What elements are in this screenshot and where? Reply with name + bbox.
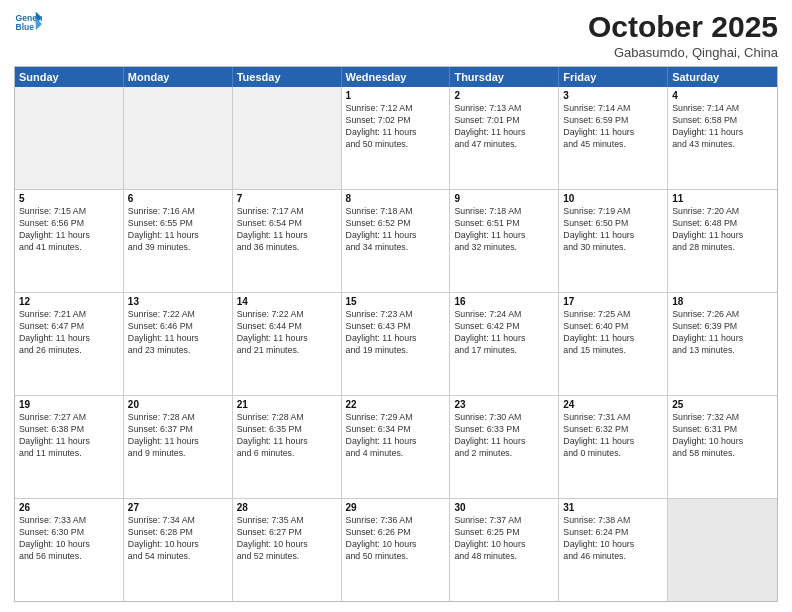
cell-info: Sunrise: 7:22 AM Sunset: 6:44 PM Dayligh… [237,309,337,357]
calendar-cell: 8Sunrise: 7:18 AM Sunset: 6:52 PM Daylig… [342,190,451,292]
day-number: 9 [454,193,554,204]
cell-info: Sunrise: 7:33 AM Sunset: 6:30 PM Dayligh… [19,515,119,563]
logo: General Blue General Blue [14,10,42,38]
day-number: 11 [672,193,773,204]
calendar-cell: 20Sunrise: 7:28 AM Sunset: 6:37 PM Dayli… [124,396,233,498]
cell-info: Sunrise: 7:19 AM Sunset: 6:50 PM Dayligh… [563,206,663,254]
day-number: 2 [454,90,554,101]
day-number: 17 [563,296,663,307]
calendar-cell: 21Sunrise: 7:28 AM Sunset: 6:35 PM Dayli… [233,396,342,498]
calendar-cell: 7Sunrise: 7:17 AM Sunset: 6:54 PM Daylig… [233,190,342,292]
day-number: 15 [346,296,446,307]
calendar-cell: 18Sunrise: 7:26 AM Sunset: 6:39 PM Dayli… [668,293,777,395]
calendar-cell: 23Sunrise: 7:30 AM Sunset: 6:33 PM Dayli… [450,396,559,498]
cell-info: Sunrise: 7:23 AM Sunset: 6:43 PM Dayligh… [346,309,446,357]
calendar-cell: 14Sunrise: 7:22 AM Sunset: 6:44 PM Dayli… [233,293,342,395]
calendar-week-5: 26Sunrise: 7:33 AM Sunset: 6:30 PM Dayli… [15,498,777,601]
calendar-cell: 9Sunrise: 7:18 AM Sunset: 6:51 PM Daylig… [450,190,559,292]
day-header-sunday: Sunday [15,67,124,87]
cell-info: Sunrise: 7:21 AM Sunset: 6:47 PM Dayligh… [19,309,119,357]
calendar-cell: 1Sunrise: 7:12 AM Sunset: 7:02 PM Daylig… [342,87,451,189]
cell-info: Sunrise: 7:32 AM Sunset: 6:31 PM Dayligh… [672,412,773,460]
day-number: 4 [672,90,773,101]
day-number: 13 [128,296,228,307]
calendar-body: 1Sunrise: 7:12 AM Sunset: 7:02 PM Daylig… [15,87,777,601]
day-number: 8 [346,193,446,204]
calendar: SundayMondayTuesdayWednesdayThursdayFrid… [14,66,778,602]
calendar-cell [15,87,124,189]
day-number: 10 [563,193,663,204]
calendar-cell: 26Sunrise: 7:33 AM Sunset: 6:30 PM Dayli… [15,499,124,601]
day-number: 20 [128,399,228,410]
cell-info: Sunrise: 7:20 AM Sunset: 6:48 PM Dayligh… [672,206,773,254]
day-number: 6 [128,193,228,204]
cell-info: Sunrise: 7:37 AM Sunset: 6:25 PM Dayligh… [454,515,554,563]
calendar-page: General Blue General Blue October 2025 G… [0,0,792,612]
calendar-cell: 28Sunrise: 7:35 AM Sunset: 6:27 PM Dayli… [233,499,342,601]
calendar-cell: 19Sunrise: 7:27 AM Sunset: 6:38 PM Dayli… [15,396,124,498]
cell-info: Sunrise: 7:22 AM Sunset: 6:46 PM Dayligh… [128,309,228,357]
calendar-cell: 13Sunrise: 7:22 AM Sunset: 6:46 PM Dayli… [124,293,233,395]
cell-info: Sunrise: 7:26 AM Sunset: 6:39 PM Dayligh… [672,309,773,357]
calendar-cell: 2Sunrise: 7:13 AM Sunset: 7:01 PM Daylig… [450,87,559,189]
day-number: 24 [563,399,663,410]
cell-info: Sunrise: 7:30 AM Sunset: 6:33 PM Dayligh… [454,412,554,460]
cell-info: Sunrise: 7:24 AM Sunset: 6:42 PM Dayligh… [454,309,554,357]
calendar-cell: 4Sunrise: 7:14 AM Sunset: 6:58 PM Daylig… [668,87,777,189]
day-number: 31 [563,502,663,513]
logo-icon: General Blue [14,10,42,38]
day-header-thursday: Thursday [450,67,559,87]
calendar-cell: 6Sunrise: 7:16 AM Sunset: 6:55 PM Daylig… [124,190,233,292]
day-number: 12 [19,296,119,307]
day-number: 19 [19,399,119,410]
cell-info: Sunrise: 7:28 AM Sunset: 6:35 PM Dayligh… [237,412,337,460]
title-block: October 2025 Gabasumdo, Qinghai, China [588,10,778,60]
calendar-cell: 31Sunrise: 7:38 AM Sunset: 6:24 PM Dayli… [559,499,668,601]
calendar-cell: 22Sunrise: 7:29 AM Sunset: 6:34 PM Dayli… [342,396,451,498]
calendar-week-3: 12Sunrise: 7:21 AM Sunset: 6:47 PM Dayli… [15,292,777,395]
cell-info: Sunrise: 7:12 AM Sunset: 7:02 PM Dayligh… [346,103,446,151]
cell-info: Sunrise: 7:29 AM Sunset: 6:34 PM Dayligh… [346,412,446,460]
day-number: 14 [237,296,337,307]
cell-info: Sunrise: 7:36 AM Sunset: 6:26 PM Dayligh… [346,515,446,563]
day-number: 25 [672,399,773,410]
calendar-cell: 3Sunrise: 7:14 AM Sunset: 6:59 PM Daylig… [559,87,668,189]
calendar-week-4: 19Sunrise: 7:27 AM Sunset: 6:38 PM Dayli… [15,395,777,498]
day-header-wednesday: Wednesday [342,67,451,87]
calendar-cell: 11Sunrise: 7:20 AM Sunset: 6:48 PM Dayli… [668,190,777,292]
cell-info: Sunrise: 7:27 AM Sunset: 6:38 PM Dayligh… [19,412,119,460]
calendar-week-1: 1Sunrise: 7:12 AM Sunset: 7:02 PM Daylig… [15,87,777,189]
day-number: 16 [454,296,554,307]
day-number: 21 [237,399,337,410]
day-number: 26 [19,502,119,513]
cell-info: Sunrise: 7:17 AM Sunset: 6:54 PM Dayligh… [237,206,337,254]
day-number: 28 [237,502,337,513]
day-number: 23 [454,399,554,410]
calendar-header: SundayMondayTuesdayWednesdayThursdayFrid… [15,67,777,87]
day-number: 5 [19,193,119,204]
month-title: October 2025 [588,10,778,43]
cell-info: Sunrise: 7:14 AM Sunset: 6:59 PM Dayligh… [563,103,663,151]
calendar-cell: 15Sunrise: 7:23 AM Sunset: 6:43 PM Dayli… [342,293,451,395]
day-header-tuesday: Tuesday [233,67,342,87]
cell-info: Sunrise: 7:25 AM Sunset: 6:40 PM Dayligh… [563,309,663,357]
day-header-friday: Friday [559,67,668,87]
cell-info: Sunrise: 7:28 AM Sunset: 6:37 PM Dayligh… [128,412,228,460]
day-number: 7 [237,193,337,204]
calendar-cell: 24Sunrise: 7:31 AM Sunset: 6:32 PM Dayli… [559,396,668,498]
calendar-cell [668,499,777,601]
day-number: 27 [128,502,228,513]
cell-info: Sunrise: 7:15 AM Sunset: 6:56 PM Dayligh… [19,206,119,254]
cell-info: Sunrise: 7:13 AM Sunset: 7:01 PM Dayligh… [454,103,554,151]
calendar-week-2: 5Sunrise: 7:15 AM Sunset: 6:56 PM Daylig… [15,189,777,292]
day-number: 29 [346,502,446,513]
calendar-cell: 10Sunrise: 7:19 AM Sunset: 6:50 PM Dayli… [559,190,668,292]
cell-info: Sunrise: 7:18 AM Sunset: 6:52 PM Dayligh… [346,206,446,254]
day-header-saturday: Saturday [668,67,777,87]
cell-info: Sunrise: 7:38 AM Sunset: 6:24 PM Dayligh… [563,515,663,563]
calendar-cell: 27Sunrise: 7:34 AM Sunset: 6:28 PM Dayli… [124,499,233,601]
cell-info: Sunrise: 7:31 AM Sunset: 6:32 PM Dayligh… [563,412,663,460]
day-number: 3 [563,90,663,101]
calendar-cell: 25Sunrise: 7:32 AM Sunset: 6:31 PM Dayli… [668,396,777,498]
calendar-cell [124,87,233,189]
